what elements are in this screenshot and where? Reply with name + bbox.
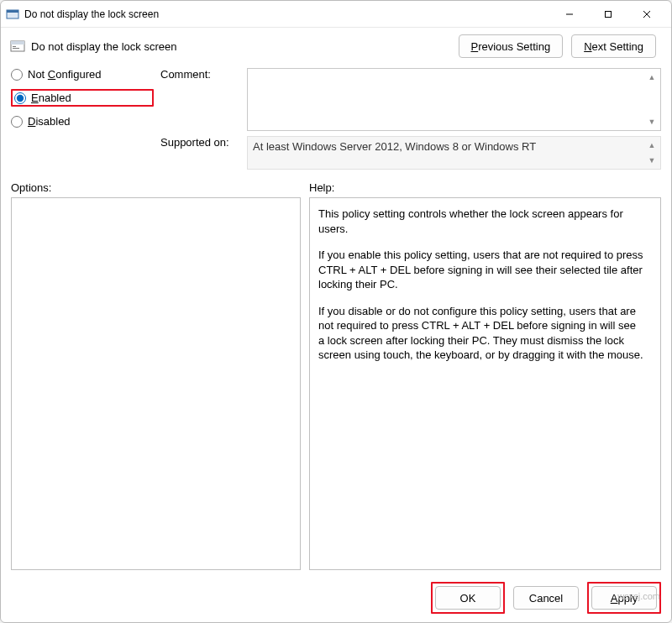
state-comment-row: Not Configured Enabled Disabled Comment:… — [1, 60, 671, 131]
help-label: Help: — [309, 181, 334, 194]
scroll-up-icon[interactable]: ▲ — [645, 71, 659, 84]
scroll-down-icon[interactable]: ▼ — [645, 154, 659, 167]
radio-disabled-input[interactable] — [11, 116, 23, 128]
help-paragraph-2: If you enable this policy setting, users… — [318, 248, 643, 292]
svg-rect-1 — [7, 10, 18, 13]
svg-rect-7 — [11, 41, 24, 44]
highlight-apply: Apply — [587, 582, 661, 614]
radio-enabled[interactable]: Enabled — [14, 92, 71, 104]
radio-disabled[interactable]: Disabled — [11, 115, 154, 128]
help-paragraph-1: This policy setting controls whether the… — [318, 207, 643, 236]
panel-labels: Options: Help: — [1, 170, 671, 197]
policy-icon — [9, 38, 26, 55]
next-setting-button[interactable]: Next Setting — [571, 34, 656, 58]
options-panel — [11, 197, 301, 570]
radio-not-configured-label: Not Configured — [28, 68, 101, 81]
maximize-button[interactable] — [589, 3, 627, 26]
options-label: Options: — [11, 181, 301, 194]
svg-rect-9 — [13, 48, 19, 49]
help-panel: This policy setting controls whether the… — [309, 197, 661, 570]
radio-not-configured-input[interactable] — [11, 69, 23, 81]
previous-setting-button[interactable]: Previous Setting — [459, 34, 564, 58]
supported-on-box: At least Windows Server 2012, Windows 8 … — [247, 136, 661, 170]
supported-on-label: Supported on: — [160, 136, 240, 149]
apply-button[interactable]: Apply — [591, 586, 657, 610]
minimize-button[interactable] — [550, 3, 589, 26]
nav-buttons: Previous Setting Next Setting — [459, 34, 657, 58]
window-title: Do not display the lock screen — [24, 8, 550, 20]
title-bar: Do not display the lock screen — [1, 1, 671, 28]
scroll-up-icon[interactable]: ▲ — [645, 139, 659, 152]
policy-name: Do not display the lock screen — [31, 40, 454, 53]
state-radio-group: Not Configured Enabled Disabled — [11, 68, 154, 131]
svg-rect-3 — [606, 11, 612, 17]
comment-textarea[interactable]: ▲ ▼ — [247, 68, 661, 131]
supported-row: Supported on: At least Windows Server 20… — [1, 131, 671, 170]
radio-disabled-label: Disabled — [28, 115, 71, 128]
app-icon — [6, 8, 19, 21]
scroll-down-icon[interactable]: ▼ — [645, 115, 659, 128]
highlight-enabled: Enabled — [11, 89, 154, 107]
svg-rect-8 — [13, 46, 16, 47]
policy-header: Do not display the lock screen Previous … — [1, 28, 671, 60]
dialog-footer: OK Cancel Apply — [1, 570, 671, 622]
cancel-button[interactable]: Cancel — [513, 586, 579, 610]
ok-button[interactable]: OK — [435, 586, 501, 610]
help-paragraph-3: If you disable or do not configure this … — [318, 304, 643, 363]
window-controls — [550, 3, 666, 26]
panels: This policy setting controls whether the… — [1, 197, 671, 570]
supported-on-text: At least Windows Server 2012, Windows 8 … — [253, 140, 536, 153]
close-button[interactable] — [627, 3, 666, 26]
policy-editor-window: Do not display the lock screen Do not di… — [0, 0, 672, 623]
radio-enabled-input[interactable] — [14, 92, 26, 104]
radio-enabled-label: Enabled — [31, 92, 71, 104]
highlight-ok: OK — [431, 582, 505, 614]
radio-not-configured[interactable]: Not Configured — [11, 68, 154, 81]
comment-label: Comment: — [160, 68, 240, 131]
